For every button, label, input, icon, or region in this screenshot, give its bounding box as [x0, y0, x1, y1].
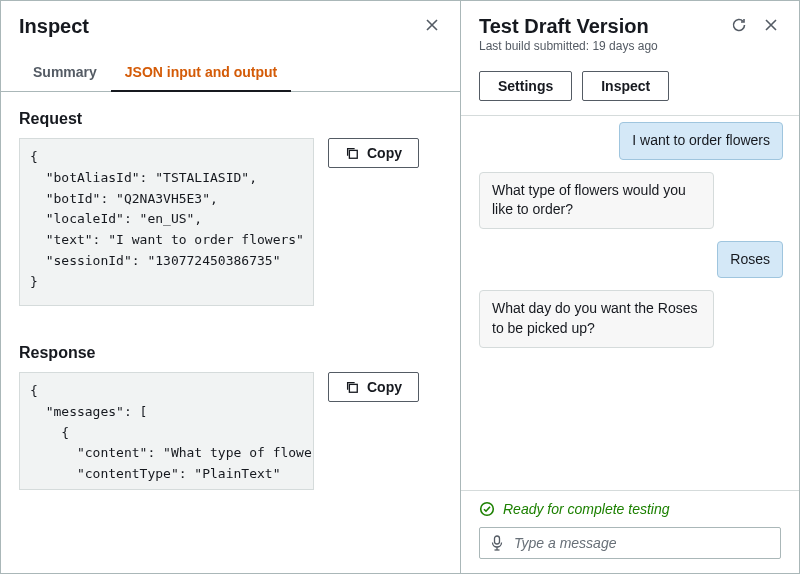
copy-icon [345, 146, 359, 160]
response-label: Response [19, 344, 454, 362]
request-label: Request [19, 110, 454, 128]
test-title: Test Draft Version [479, 15, 658, 38]
copy-response-button[interactable]: Copy [328, 372, 419, 402]
user-message: Roses [717, 241, 783, 279]
copy-label: Copy [367, 379, 402, 395]
inspect-body[interactable]: Request { "botAliasId": "TSTALIASID", "b… [1, 92, 460, 573]
status-text: Ready for complete testing [503, 501, 670, 517]
inspect-title: Inspect [19, 15, 89, 38]
copy-icon [345, 380, 359, 394]
settings-button[interactable]: Settings [479, 71, 572, 101]
refresh-button[interactable] [729, 15, 749, 35]
chat-area[interactable]: I want to order flowersWhat type of flow… [461, 115, 799, 491]
user-message: I want to order flowers [619, 122, 783, 160]
test-subtitle: Last build submitted: 19 days ago [479, 39, 658, 53]
close-icon [763, 17, 779, 33]
chat-input[interactable] [514, 535, 770, 551]
refresh-icon [731, 17, 747, 33]
request-code[interactable]: { "botAliasId": "TSTALIASID", "botId": "… [19, 138, 314, 306]
bot-message: What type of flowers would you like to o… [479, 172, 714, 229]
status-bar: Ready for complete testing [461, 491, 799, 523]
inspect-button[interactable]: Inspect [582, 71, 669, 101]
check-circle-icon [479, 501, 495, 517]
chat-input-wrapper[interactable] [479, 527, 781, 559]
microphone-icon[interactable] [490, 535, 504, 551]
bot-message: What day do you want the Roses to be pic… [479, 290, 714, 347]
close-inspect-button[interactable] [422, 15, 442, 35]
copy-request-button[interactable]: Copy [328, 138, 419, 168]
inspect-tabs: Summary JSON input and output [1, 54, 460, 92]
svg-rect-1 [349, 384, 357, 392]
svg-rect-3 [495, 536, 500, 544]
close-test-button[interactable] [761, 15, 781, 35]
inspect-panel: Inspect Summary JSON input and output Re… [1, 1, 461, 573]
tab-json[interactable]: JSON input and output [111, 54, 291, 92]
close-icon [424, 17, 440, 33]
svg-rect-0 [349, 150, 357, 158]
test-panel: Test Draft Version Last build submitted:… [461, 1, 799, 573]
tab-summary[interactable]: Summary [19, 54, 111, 92]
response-code[interactable]: { "messages": [ { "content": "What type … [19, 372, 314, 490]
copy-label: Copy [367, 145, 402, 161]
